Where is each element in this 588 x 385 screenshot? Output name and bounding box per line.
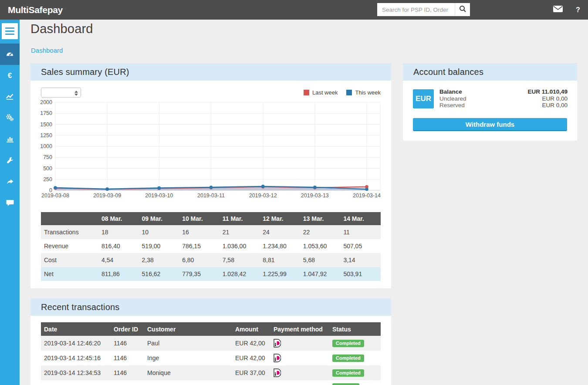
transactions-column-header: Date — [41, 322, 111, 336]
row-label: Revenue — [41, 239, 98, 253]
cell-value: 519,00 — [139, 239, 179, 253]
cell-value: 816,40 — [98, 239, 139, 253]
order-id-cell — [111, 380, 144, 385]
transactions-column-header: Order ID — [111, 322, 144, 336]
cell-value: 7,58 — [220, 253, 260, 267]
hamburger-icon — [5, 27, 14, 35]
order-id-cell: 1146 — [111, 351, 144, 365]
sidebar-item-dashboard[interactable] — [0, 44, 20, 65]
legend-swatch — [346, 90, 352, 95]
date-cell — [41, 380, 111, 385]
payment-method-cell — [270, 365, 329, 380]
sidebar-item-support[interactable] — [0, 193, 20, 214]
svg-text:2019-03-11: 2019-03-11 — [197, 192, 225, 199]
cell-value: 11 — [340, 225, 381, 239]
select-stepper-icon — [73, 89, 79, 97]
date-cell: 2019-03-14 12:34:53 — [41, 365, 111, 380]
cell-value: 1.225,99 — [260, 267, 300, 281]
sidebar-item-settings[interactable] — [0, 108, 20, 129]
sidebar-menu-toggle[interactable] — [2, 23, 18, 39]
sales-chart: 0250500750100012501500175020002019-03-08… — [30, 98, 391, 202]
uncleared-label: Uncleared — [439, 95, 466, 102]
recent-transactions-table: DateOrder IDCustomerAmountPayment method… — [41, 322, 381, 385]
transactions-column-header: Payment method — [270, 322, 329, 336]
sidebar-item-statistics[interactable] — [0, 129, 20, 150]
svg-text:1500: 1500 — [40, 122, 52, 128]
search-input[interactable] — [377, 3, 455, 16]
reserved-value: EUR 0,00 — [542, 102, 568, 109]
search-button[interactable] — [455, 3, 470, 16]
recent-transactions-title: Recent transactions — [41, 302, 120, 312]
svg-text:1750: 1750 — [40, 110, 52, 116]
svg-text:1250: 1250 — [40, 132, 52, 138]
gears-icon — [6, 114, 14, 123]
balance-row: Balance EUR 11.010,49 — [439, 88, 568, 95]
summary-row-transactions: Transactions18101621242211 — [41, 225, 381, 239]
amount-cell: EUR 42,00 — [232, 351, 270, 365]
cell-value: 503,91 — [340, 267, 381, 281]
transaction-row-partial[interactable] — [41, 380, 381, 385]
legend-swatch — [304, 90, 309, 95]
cell-value: 1.036,00 — [220, 239, 260, 253]
payment-method-cell — [270, 351, 329, 365]
cell-value: 16 — [179, 225, 220, 239]
cell-value: 516,62 — [139, 267, 179, 281]
cell-value: 8,81 — [260, 253, 300, 267]
sidebar-nav: € — [0, 44, 20, 214]
cell-value: 1.047,92 — [300, 267, 341, 281]
sales-summary-panel: Sales summary (EUR) Last weekThis week 0… — [30, 63, 391, 288]
order-id-cell: 1146 — [111, 336, 144, 351]
transaction-row[interactable]: 2019-03-14 12:46:201146PaulEUR 42,00Comp… — [41, 336, 381, 351]
row-label: Transactions — [41, 225, 98, 239]
euro-icon: € — [8, 71, 12, 80]
svg-text:2019-03-10: 2019-03-10 — [145, 192, 173, 199]
cell-value: 1.053,60 — [300, 239, 341, 253]
search-icon — [459, 5, 466, 14]
transactions-column-header: Status — [329, 322, 381, 336]
customer-cell: Inge — [144, 351, 232, 365]
transaction-row[interactable]: 2019-03-14 12:34:531146MoniqueEUR 37,00C… — [41, 365, 381, 380]
svg-text:500: 500 — [43, 165, 52, 172]
sidebar-item-finance[interactable]: € — [0, 65, 20, 86]
customer-cell: Monique — [144, 365, 232, 380]
share-arrow-icon — [6, 178, 14, 186]
cell-value: 24 — [260, 225, 300, 239]
help-button[interactable]: ? — [572, 0, 584, 20]
line-chart-icon — [6, 92, 14, 101]
amount-cell: EUR 37,00 — [232, 365, 270, 380]
messages-button[interactable] — [551, 0, 564, 20]
sales-summary-title: Sales summary (EUR) — [41, 67, 129, 77]
cell-value: 3,14 — [340, 253, 381, 267]
search-group — [377, 3, 470, 16]
reserved-row: Reserved EUR 0,00 — [439, 102, 568, 109]
order-id-cell: 1146 — [111, 365, 144, 380]
sidebar: € — [0, 20, 20, 385]
legend-item-0: Last week — [304, 89, 338, 96]
wrench-icon — [6, 156, 14, 166]
summary-column-header: 14 Mar. — [340, 212, 381, 225]
envelope-icon — [553, 6, 563, 14]
summary-row-revenue: Revenue816,40519,00786,151.036,001.234,8… — [41, 239, 381, 253]
sidebar-item-integrations[interactable] — [0, 172, 20, 193]
sidebar-item-tools[interactable] — [0, 150, 20, 172]
transaction-row[interactable]: 2019-03-14 12:45:161146IngeEUR 42,00Comp… — [41, 351, 381, 365]
status-cell: Completed — [329, 351, 381, 365]
transactions-column-header: Customer — [144, 322, 232, 336]
status-cell — [329, 380, 381, 385]
status-badge — [332, 383, 359, 385]
date-cell: 2019-03-14 12:45:16 — [41, 351, 111, 365]
svg-text:2019-03-13: 2019-03-13 — [301, 192, 329, 199]
sidebar-item-transactions[interactable] — [0, 86, 20, 108]
amount-cell — [232, 380, 270, 385]
status-cell: Completed — [329, 336, 381, 351]
svg-text:2019-03-14: 2019-03-14 — [353, 192, 381, 199]
reserved-label: Reserved — [439, 102, 465, 109]
withdraw-funds-button[interactable]: Withdraw funds — [413, 118, 567, 131]
summary-column-header: 09 Mar. — [139, 212, 179, 225]
period-select[interactable] — [41, 88, 81, 98]
summary-column-header: 08 Mar. — [98, 212, 139, 225]
amount-cell: EUR 42,00 — [232, 336, 270, 351]
transactions-column-header: Amount — [232, 322, 270, 336]
breadcrumb[interactable]: Dashboard — [31, 47, 63, 54]
payment-method-cell — [270, 380, 329, 385]
